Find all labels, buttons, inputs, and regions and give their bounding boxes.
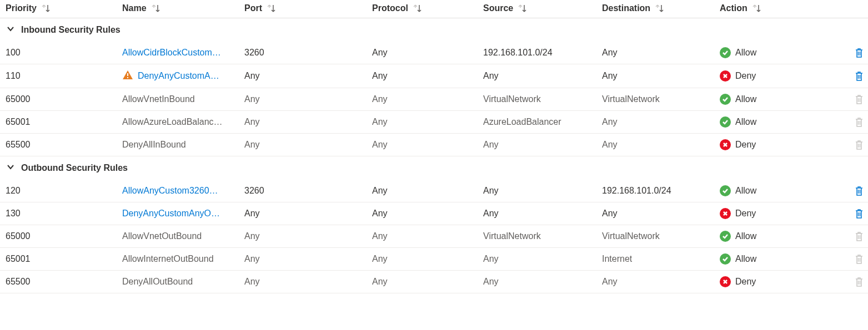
col-header-priority[interactable]: Priority [6,3,122,13]
cell-destination: VirtualNetwork [602,231,720,241]
cell-source: AzureLoadBalancer [483,117,602,127]
cell-source: Any [483,277,602,287]
cell-priority: 65500 [6,277,122,287]
action-label: Deny [735,277,756,287]
sort-icon [151,4,161,12]
cell-priority: 65000 [6,231,122,241]
allow-icon [720,231,731,242]
col-header-action[interactable]: Action [720,3,845,13]
cell-port: 3260 [244,186,372,196]
action-label: Deny [735,71,756,81]
cell-action: Deny [720,276,845,287]
chevron-down-icon [6,162,16,174]
cell-action: Allow [720,116,845,128]
cell-source: Any [483,186,602,196]
sort-icon [41,4,51,12]
delete-button [845,276,868,287]
cell-name: AllowAnyCustom3260 [122,186,244,196]
action-label: Allow [735,231,756,241]
cell-port: 3260 [244,48,372,58]
deny-icon [720,139,731,150]
delete-button [845,253,868,265]
cell-protocol: Any [372,209,483,219]
cell-action: Allow [720,253,845,265]
table-row: 110DenyAnyCustomAAnyAnyAnyAnyDeny [0,64,868,88]
cell-destination: Any [602,48,720,58]
sort-icon [413,4,423,12]
cell-name: DenyAllOutBound [122,277,244,287]
cell-source: VirtualNetwork [483,94,602,104]
group-header[interactable]: Outbound Security Rules [0,156,868,180]
warning-icon [122,70,133,82]
svg-rect-1 [127,77,128,78]
table-row: 65001AllowInternetOutBoundAnyAnyAnyInter… [0,248,868,271]
cell-name: AllowCidrBlockCustom [122,48,244,58]
delete-button [845,116,868,128]
col-header-port[interactable]: Port [244,3,372,13]
rule-name-link[interactable]: DenyAnyCustomA [138,71,219,81]
col-header-source[interactable]: Source [483,3,602,13]
cell-action: Deny [720,208,845,219]
cell-priority: 65001 [6,254,122,264]
cell-action: Deny [720,139,845,150]
cell-name: DenyAnyCustomA [122,70,244,82]
col-header-destination[interactable]: Destination [602,3,720,13]
cell-destination: Any [602,71,720,81]
rule-name-text: DenyAllOutBound [122,277,193,287]
col-label: Port [244,3,262,13]
allow-icon [720,185,731,196]
action-label: Allow [735,94,756,104]
col-label: Action [720,3,747,13]
cell-name: DenyAnyCustomAnyOu [122,209,244,219]
sort-icon [655,4,665,12]
cell-source: Any [483,254,602,264]
cell-priority: 65001 [6,117,122,127]
group-header[interactable]: Inbound Security Rules [0,18,868,42]
cell-priority: 110 [6,71,122,81]
cell-action: Allow [720,185,845,196]
col-header-protocol[interactable]: Protocol [372,3,483,13]
cell-name: AllowAzureLoadBalanc… [122,117,244,127]
rule-name-text: DenyAllInBound [122,140,186,150]
cell-action: Allow [720,47,845,58]
cell-protocol: Any [372,94,483,104]
rule-name-text: AllowVnetInBound [122,94,195,104]
cell-source: Any [483,209,602,219]
delete-button [845,94,868,105]
cell-port: Any [244,140,372,150]
cell-destination: Any [602,117,720,127]
col-label: Priority [6,3,37,13]
cell-protocol: Any [372,71,483,81]
cell-destination: 192.168.101.0/24 [602,186,720,196]
rule-name-link[interactable]: DenyAnyCustomAnyOu [122,209,222,219]
deny-icon [720,276,731,287]
action-label: Allow [735,117,756,127]
cell-protocol: Any [372,117,483,127]
table-row: 65500DenyAllOutBoundAnyAnyAnyAnyDeny [0,271,868,293]
cell-protocol: Any [372,254,483,264]
cell-port: Any [244,117,372,127]
table-row: 65000AllowVnetInBoundAnyAnyVirtualNetwor… [0,88,868,111]
cell-port: Any [244,254,372,264]
delete-button [845,139,868,150]
delete-button[interactable] [845,185,868,196]
cell-port: Any [244,209,372,219]
delete-button[interactable] [845,70,868,82]
delete-button[interactable] [845,208,868,219]
cell-port: Any [244,94,372,104]
deny-icon [720,208,731,219]
table-row: 65500DenyAllInBoundAnyAnyAnyAnyDeny [0,134,868,156]
table-row: 120AllowAnyCustom32603260AnyAny192.168.1… [0,180,868,202]
cell-protocol: Any [372,277,483,287]
col-header-name[interactable]: Name [122,3,244,13]
cell-destination: Any [602,209,720,219]
group-title: Inbound Security Rules [21,25,121,35]
sort-icon [267,4,277,12]
cell-destination: Any [602,277,720,287]
cell-port: Any [244,277,372,287]
cell-source: Any [483,71,602,81]
rule-name-link[interactable]: AllowAnyCustom3260 [122,186,218,196]
rule-name-link[interactable]: AllowCidrBlockCustom [122,48,221,58]
rule-name-text: AllowAzureLoadBalanc… [122,117,223,127]
delete-button[interactable] [845,47,868,58]
